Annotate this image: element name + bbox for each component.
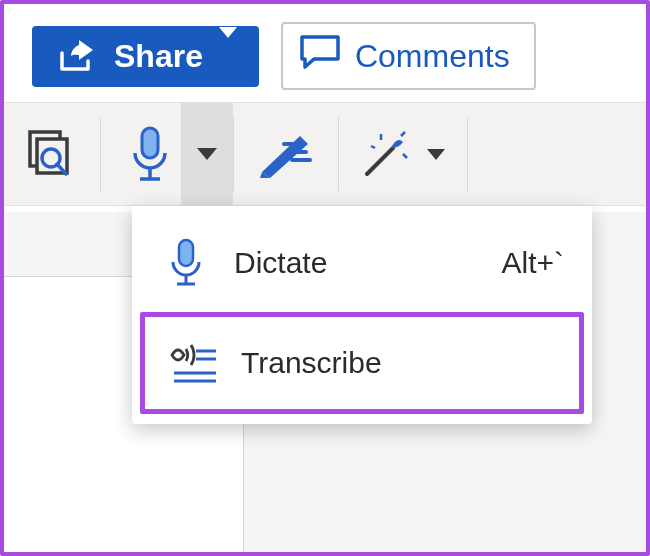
svg-line-14: [371, 146, 375, 148]
comments-button[interactable]: Comments: [281, 22, 536, 90]
microphone-icon: [129, 125, 171, 183]
reuse-files-button[interactable]: [4, 103, 100, 205]
chevron-down-icon: [197, 148, 217, 160]
dictate-dropdown-button[interactable]: [181, 103, 233, 205]
transcribe-icon: [167, 341, 219, 385]
svg-rect-4: [142, 128, 158, 158]
comments-label: Comments: [355, 38, 510, 75]
app-window: Share Comments: [0, 0, 650, 556]
title-actions-row: Share Comments: [4, 4, 646, 102]
share-icon: [50, 39, 102, 73]
share-label: Share: [114, 38, 203, 75]
separator: [467, 117, 468, 191]
menu-item-dictate[interactable]: Dictate Alt+`: [138, 214, 586, 312]
svg-line-12: [403, 154, 407, 158]
microphone-icon: [160, 238, 212, 288]
dictate-dropdown-menu: Dictate Alt+` Transcribe: [132, 206, 592, 424]
ribbon-toolbar: [4, 102, 646, 206]
menu-label: Transcribe: [241, 346, 382, 380]
menu-label: Dictate: [234, 246, 327, 280]
pen-icon: [256, 128, 316, 180]
svg-rect-15: [179, 240, 193, 266]
svg-line-10: [367, 148, 393, 174]
menu-item-transcribe[interactable]: Transcribe: [140, 312, 584, 414]
reuse-files-icon: [26, 128, 78, 180]
chevron-down-icon: [427, 149, 445, 160]
comment-icon: [299, 34, 341, 78]
chevron-down-icon: [219, 38, 237, 75]
share-button[interactable]: Share: [32, 26, 259, 87]
wand-icon: [361, 128, 409, 180]
designer-split-button[interactable]: [339, 103, 467, 205]
dictate-button[interactable]: [101, 103, 181, 205]
menu-shortcut: Alt+`: [501, 246, 564, 280]
editor-button[interactable]: [234, 103, 338, 205]
svg-line-13: [401, 132, 405, 136]
